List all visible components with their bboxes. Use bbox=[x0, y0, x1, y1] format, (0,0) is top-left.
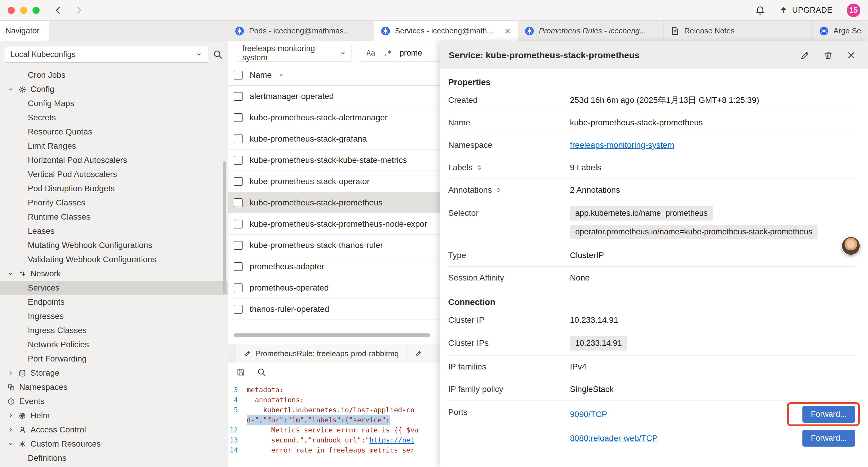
sidebar-item[interactable]: Resource Quotas bbox=[0, 125, 228, 139]
match-case-toggle[interactable]: Aa bbox=[364, 48, 378, 59]
window-zoom-icon[interactable] bbox=[32, 7, 39, 14]
trash-icon[interactable] bbox=[823, 50, 833, 60]
titlebar: UPGRADE 15 bbox=[0, 0, 868, 21]
sidebar-item[interactable]: Vertical Pod Autoscalers bbox=[0, 167, 228, 181]
detail-value: None bbox=[570, 273, 855, 283]
row-checkbox[interactable] bbox=[234, 262, 243, 271]
upgrade-button[interactable]: UPGRADE bbox=[778, 5, 833, 16]
sidebar-item[interactable]: Endpoints bbox=[0, 295, 228, 309]
forward-button[interactable]: Forward... bbox=[802, 430, 855, 447]
row-checkbox[interactable] bbox=[234, 198, 243, 207]
sidebar-item-label: Namespaces bbox=[19, 382, 67, 392]
regex-toggle[interactable]: .* bbox=[380, 48, 394, 59]
sidebar-item[interactable]: Cron Jobs bbox=[0, 68, 228, 82]
tab-label: Release Notes bbox=[684, 26, 806, 35]
forward-icon[interactable] bbox=[74, 5, 84, 16]
tab[interactable]: Argo Se bbox=[813, 21, 868, 41]
row-checkbox[interactable] bbox=[234, 284, 243, 292]
detail-row: Labels 9 Labels bbox=[448, 156, 855, 179]
chevron-down-icon[interactable] bbox=[7, 270, 14, 277]
sidebar-item[interactable]: Services bbox=[0, 281, 228, 295]
forward-button[interactable]: Forward... bbox=[802, 406, 855, 423]
window-minimize-icon[interactable] bbox=[20, 7, 27, 14]
sidebar-item[interactable]: Custom Resources bbox=[0, 437, 228, 451]
tab[interactable]: Pods - icecheng@mathmas... bbox=[228, 21, 374, 41]
navigator-sidebar: Local Kubeconfigs Cron Jobs Config Confi… bbox=[0, 41, 228, 467]
line-content: Metrics service error rate is {{ $va bbox=[247, 425, 418, 435]
edit-icon[interactable] bbox=[800, 50, 810, 60]
sidebar-item[interactable]: Events bbox=[0, 394, 228, 408]
tab[interactable]: Prometheus Rules - icecheng... bbox=[518, 21, 663, 41]
sidebar-item[interactable]: Leases bbox=[0, 224, 228, 238]
horizontal-scrollbar[interactable] bbox=[234, 333, 438, 337]
sidebar-item[interactable]: Config bbox=[0, 82, 228, 96]
port-link[interactable]: 8080:reloader-web/TCP bbox=[570, 434, 658, 443]
row-checkbox[interactable] bbox=[234, 220, 243, 229]
sidebar-item[interactable]: Access Control bbox=[0, 423, 228, 437]
namespace-link[interactable]: freeleaps-monitoring-system bbox=[570, 140, 674, 150]
row-checkbox[interactable] bbox=[234, 113, 243, 122]
editor-search-icon[interactable] bbox=[257, 368, 266, 377]
user-avatar[interactable] bbox=[841, 236, 860, 255]
sidebar-item[interactable]: Definitions bbox=[0, 451, 228, 465]
expand-toggle-icon[interactable] bbox=[476, 164, 483, 171]
port-link[interactable]: 9090/TCP bbox=[570, 410, 607, 419]
sidebar-item[interactable]: Validating Webhook Configurations bbox=[0, 253, 228, 267]
tab[interactable]: Release Notes bbox=[663, 21, 813, 41]
sidebar-item[interactable]: Ingress Classes bbox=[0, 323, 228, 338]
details-drawer: Service: kube-prometheus-stack-prometheu… bbox=[440, 41, 868, 467]
line-number: 5 bbox=[228, 405, 247, 415]
search-icon[interactable] bbox=[213, 49, 223, 59]
sidebar-item[interactable]: Ingresses bbox=[0, 309, 228, 323]
chevron-right-icon[interactable] bbox=[7, 426, 14, 433]
kubeconfig-selector[interactable]: Local Kubeconfigs bbox=[5, 46, 208, 63]
sidebar-item[interactable]: Namespaces bbox=[0, 380, 228, 394]
sidebar-item[interactable]: Mutating Webhook Configurations bbox=[0, 238, 228, 253]
sidebar-item[interactable]: Secrets bbox=[0, 111, 228, 125]
sidebar-item[interactable]: Pod Disruption Budgets bbox=[0, 181, 228, 196]
sidebar-item-label: Pod Disruption Budgets bbox=[28, 184, 115, 193]
editor-tab[interactable]: PrometheusRule: freeleaps-prod-rabbitmq bbox=[236, 344, 407, 363]
sidebar-item[interactable]: Limit Ranges bbox=[0, 139, 228, 153]
chevron-down-icon[interactable] bbox=[7, 440, 14, 447]
expand-toggle-icon[interactable] bbox=[495, 186, 502, 194]
select-all-checkbox[interactable] bbox=[234, 71, 243, 80]
sidebar-item[interactable]: Config Maps bbox=[0, 96, 228, 111]
row-checkbox[interactable] bbox=[234, 135, 243, 143]
sidebar-item[interactable]: Network bbox=[0, 267, 228, 281]
window-close-icon[interactable] bbox=[8, 7, 15, 14]
value-chip: 10.233.14.91 bbox=[570, 336, 627, 351]
chevron-right-icon[interactable] bbox=[7, 370, 14, 377]
tab[interactable]: Services - icecheng@math... bbox=[374, 21, 518, 41]
sidebar-item[interactable]: Priority Classes bbox=[0, 196, 228, 210]
detail-label: Namespace bbox=[448, 140, 570, 150]
back-icon[interactable] bbox=[53, 5, 63, 16]
sidebar-item[interactable]: Helm bbox=[0, 408, 228, 423]
service-name: kube-prometheus-stack-kube-state-metrics bbox=[250, 155, 407, 165]
bell-icon[interactable] bbox=[755, 5, 766, 16]
row-checkbox[interactable] bbox=[234, 177, 243, 186]
notification-badge[interactable]: 15 bbox=[847, 4, 860, 17]
line-number: 3 bbox=[228, 385, 247, 395]
detail-value: freeleaps-monitoring-system bbox=[570, 140, 855, 150]
chevron-down-icon[interactable] bbox=[7, 86, 14, 93]
scrollbar-thumb[interactable] bbox=[234, 333, 430, 337]
column-header-name[interactable]: Name bbox=[250, 70, 272, 80]
row-checkbox[interactable] bbox=[234, 241, 243, 250]
save-icon[interactable] bbox=[236, 368, 246, 377]
sidebar-item[interactable]: Network Policies bbox=[0, 338, 228, 352]
row-checkbox[interactable] bbox=[234, 305, 243, 314]
sidebar-item[interactable]: Runtime Classes bbox=[0, 210, 228, 224]
tab-close-icon[interactable] bbox=[504, 27, 512, 35]
close-icon[interactable] bbox=[846, 50, 856, 60]
sidebar-scrollbar[interactable] bbox=[223, 161, 226, 294]
sidebar-item[interactable]: Port Forwarding bbox=[0, 352, 228, 366]
row-checkbox[interactable] bbox=[234, 92, 243, 101]
sidebar-item-label: Services bbox=[28, 283, 59, 293]
chevron-right-icon[interactable] bbox=[7, 412, 14, 419]
namespace-filter[interactable]: freeleaps-monitoring-system bbox=[237, 45, 352, 61]
sidebar-item[interactable]: Storage bbox=[0, 366, 228, 380]
row-checkbox[interactable] bbox=[234, 156, 243, 165]
port-row: 9090/TCPForward... bbox=[570, 402, 855, 426]
sidebar-item[interactable]: Horizontal Pod Autoscalers bbox=[0, 153, 228, 167]
